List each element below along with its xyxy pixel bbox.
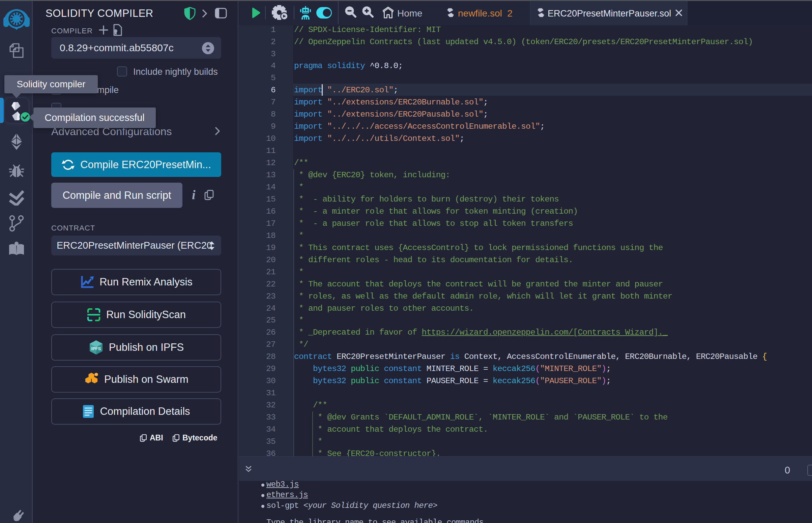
svg-text:IPFS: IPFS	[91, 346, 101, 351]
